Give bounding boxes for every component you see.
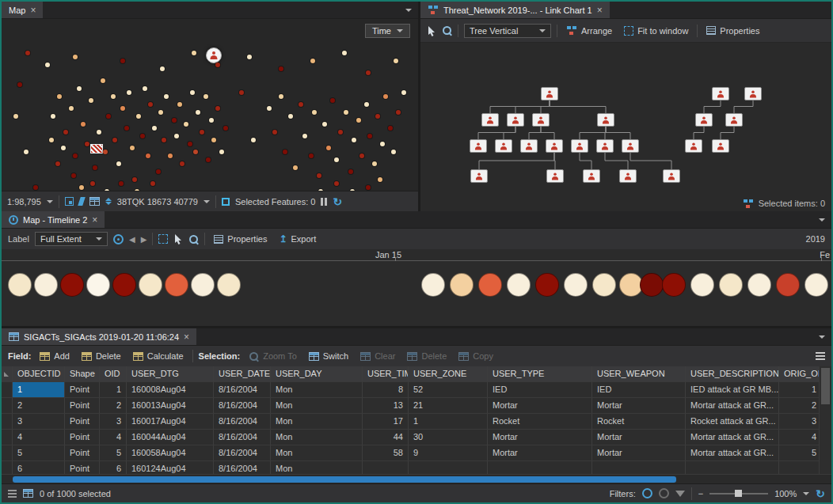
link-node[interactable] xyxy=(685,139,702,153)
table-cell[interactable]: 2 xyxy=(779,398,819,413)
table-cell[interactable]: Mortar xyxy=(592,445,686,460)
table-cell[interactable]: 1 xyxy=(100,382,127,397)
table-cell[interactable]: IED xyxy=(488,382,592,397)
table-cell[interactable]: Mon xyxy=(271,382,363,397)
row-selector[interactable] xyxy=(2,398,13,413)
map-scale[interactable]: 1:98,795 xyxy=(7,197,41,207)
table-cell[interactable]: 2 xyxy=(100,398,127,413)
link-node[interactable] xyxy=(495,139,512,153)
zoom-to-button[interactable]: Zoom To xyxy=(245,350,300,363)
table-cell[interactable]: Rocket xyxy=(592,414,686,429)
zoom-level[interactable]: 100% xyxy=(774,489,797,498)
table-cell[interactable]: Mon xyxy=(271,398,363,413)
table-cell[interactable]: Mortar xyxy=(488,398,592,413)
chevron-down-icon[interactable] xyxy=(803,492,809,495)
layout-combobox[interactable]: Tree Vertical xyxy=(464,24,551,38)
table-cell[interactable]: 2 xyxy=(13,398,65,413)
vertical-scrollbar-thumb[interactable] xyxy=(821,368,830,404)
table-cell[interactable]: 8/16/2004 xyxy=(214,382,271,397)
column-header[interactable]: USER_WEAPON xyxy=(592,366,686,381)
vertical-scrollbar[interactable] xyxy=(819,366,831,474)
link-node[interactable] xyxy=(663,169,680,183)
table-cell[interactable]: 8/16/2004 xyxy=(214,398,271,413)
table-cell[interactable]: 13 xyxy=(363,398,409,413)
link-node[interactable] xyxy=(583,169,600,183)
table-cell[interactable]: 44 xyxy=(363,430,409,445)
table-cell[interactable]: Mortar attack at GR... xyxy=(686,445,779,460)
table-cell[interactable]: 5 xyxy=(779,445,819,460)
column-header[interactable]: USER_DATE_ xyxy=(214,366,271,381)
table-cell[interactable]: Point xyxy=(65,414,100,429)
table-cell[interactable]: IED xyxy=(592,382,686,397)
horizontal-scrollbar[interactable] xyxy=(2,474,831,483)
table-cell[interactable] xyxy=(686,461,779,474)
link-node[interactable] xyxy=(712,139,729,153)
tab-link-chart[interactable]: Threat_Network 2019-... - Link Chart 1 × xyxy=(420,2,610,18)
copy-button[interactable]: Copy xyxy=(455,350,496,362)
refresh-icon[interactable]: ↻ xyxy=(333,196,342,207)
table-cell[interactable]: 52 xyxy=(409,382,488,397)
table-cell[interactable]: Point xyxy=(65,398,100,413)
arrange-button[interactable]: Arrange xyxy=(563,24,615,37)
tab-attribute-table[interactable]: SIGACTs_SIGActs 2019-01-20 11:06:24 × xyxy=(2,328,196,345)
link-node[interactable] xyxy=(725,113,743,127)
previous-icon[interactable]: ◀ xyxy=(129,235,135,244)
table-cell[interactable] xyxy=(488,461,592,474)
tab-timeline[interactable]: Map - Timeline 2 × xyxy=(2,211,105,228)
table-cell[interactable]: 8 xyxy=(363,382,409,397)
table-cell[interactable]: Point xyxy=(65,430,100,445)
table-cell[interactable]: Rocket attack at GR... xyxy=(686,414,779,429)
table-row[interactable]: 1Point1160008Aug048/16/2004Mon852IEDIEDI… xyxy=(2,382,819,398)
link-node[interactable] xyxy=(520,139,538,153)
table-cell[interactable]: Mortar xyxy=(592,398,686,413)
column-header[interactable]: USER_ZONE xyxy=(409,366,488,381)
table-cell[interactable]: Rocket xyxy=(488,414,592,429)
table-cell[interactable]: Point xyxy=(65,461,100,474)
chevron-down-icon[interactable] xyxy=(405,9,412,12)
column-header[interactable]: ORIG_OID xyxy=(779,366,819,381)
select-all-corner[interactable] xyxy=(2,366,13,381)
pause-icon[interactable] xyxy=(321,198,327,206)
table-cell[interactable]: 160044Aug04 xyxy=(127,430,214,445)
table-cell[interactable]: 21 xyxy=(409,398,488,413)
table-cell[interactable]: Mortar xyxy=(592,430,686,445)
table-cell[interactable]: Mon xyxy=(271,461,363,474)
table-cell[interactable]: Point xyxy=(65,445,100,460)
close-icon[interactable]: × xyxy=(184,332,189,342)
link-node[interactable] xyxy=(744,87,762,100)
range-filter-icon[interactable] xyxy=(659,488,669,498)
column-header[interactable]: USER_DTG xyxy=(127,366,214,381)
chevron-down-icon[interactable] xyxy=(47,200,53,203)
table-cell[interactable]: Mortar xyxy=(488,445,592,460)
table-icon[interactable] xyxy=(23,489,33,498)
table-cell[interactable]: 4 xyxy=(100,430,127,445)
link-node[interactable] xyxy=(541,87,558,100)
link-node[interactable] xyxy=(546,169,564,183)
link-node[interactable] xyxy=(481,113,499,127)
person-marker[interactable] xyxy=(206,47,222,63)
link-node[interactable] xyxy=(619,169,637,183)
link-node[interactable] xyxy=(596,139,614,153)
table-cell[interactable]: 8/16/2004 xyxy=(214,430,271,445)
table-cell[interactable]: 5 xyxy=(13,445,65,460)
filter-funnel-icon[interactable] xyxy=(675,491,685,497)
tab-map[interactable]: Map × xyxy=(2,2,43,18)
table-cell[interactable]: Mortar attack at GR... xyxy=(686,398,779,413)
table-cell[interactable]: Point xyxy=(65,382,100,397)
table-row[interactable]: 2Point2160013Aug048/16/2004Mon1321Mortar… xyxy=(2,398,819,414)
delete-selection-button[interactable]: Delete xyxy=(404,350,450,362)
switch-selection-button[interactable]: Switch xyxy=(306,350,352,362)
table-cell[interactable]: 1 xyxy=(779,382,819,397)
zoom-slider[interactable] xyxy=(709,493,768,495)
extent-combobox[interactable]: Full Extent xyxy=(35,232,108,246)
table-cell[interactable] xyxy=(409,461,488,474)
link-node[interactable] xyxy=(507,113,524,127)
table-cell[interactable]: 30 xyxy=(409,430,488,445)
column-header[interactable]: USER_DAY xyxy=(271,366,363,381)
pointer-icon[interactable] xyxy=(173,233,183,244)
zoom-icon[interactable] xyxy=(442,25,452,36)
delete-field-button[interactable]: Delete xyxy=(78,350,124,362)
row-selector[interactable] xyxy=(2,414,13,429)
table-row[interactable]: 6Point6160124Aug048/16/2004Mon xyxy=(2,461,819,474)
link-node[interactable] xyxy=(622,139,639,153)
